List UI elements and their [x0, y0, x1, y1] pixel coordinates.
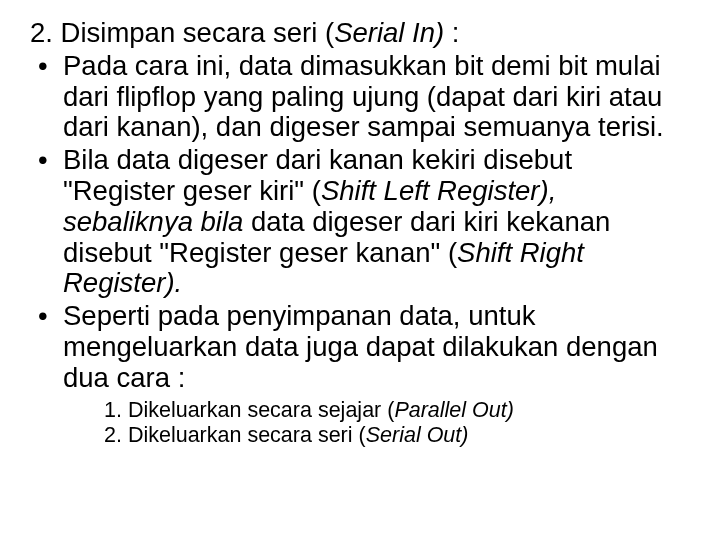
bullet-text: Seperti pada penyimpanan data, untuk men…	[63, 300, 658, 393]
list-item: Bila data digeser dari kanan kekiri dise…	[30, 145, 690, 299]
heading-text-2: :	[452, 17, 460, 48]
sub-list-item: 2. Dikeluarkan secara seri (Serial Out)	[104, 423, 690, 448]
heading-text-1: 2. Disimpan secara seri (	[30, 17, 334, 48]
list-item: Seperti pada penyimpanan data, untuk men…	[30, 301, 690, 393]
sub-italic: Parallel Out)	[394, 398, 514, 422]
sub-list-item: 1. Dikeluarkan secara sejajar (Parallel …	[104, 398, 690, 423]
bullet-text: Pada cara ini, data dimasukkan bit demi …	[63, 50, 664, 143]
section-heading: 2. Disimpan secara seri (Serial In) :	[30, 18, 690, 49]
sub-text: 2. Dikeluarkan secara seri (	[104, 423, 366, 447]
sub-text: 1. Dikeluarkan secara sejajar (	[104, 398, 394, 422]
heading-italic: Serial In)	[334, 17, 452, 48]
sub-list: 1. Dikeluarkan secara sejajar (Parallel …	[30, 398, 690, 449]
list-item: Pada cara ini, data dimasukkan bit demi …	[30, 51, 690, 143]
sub-italic: Serial Out)	[366, 423, 469, 447]
bullet-list: Pada cara ini, data dimasukkan bit demi …	[30, 51, 690, 394]
